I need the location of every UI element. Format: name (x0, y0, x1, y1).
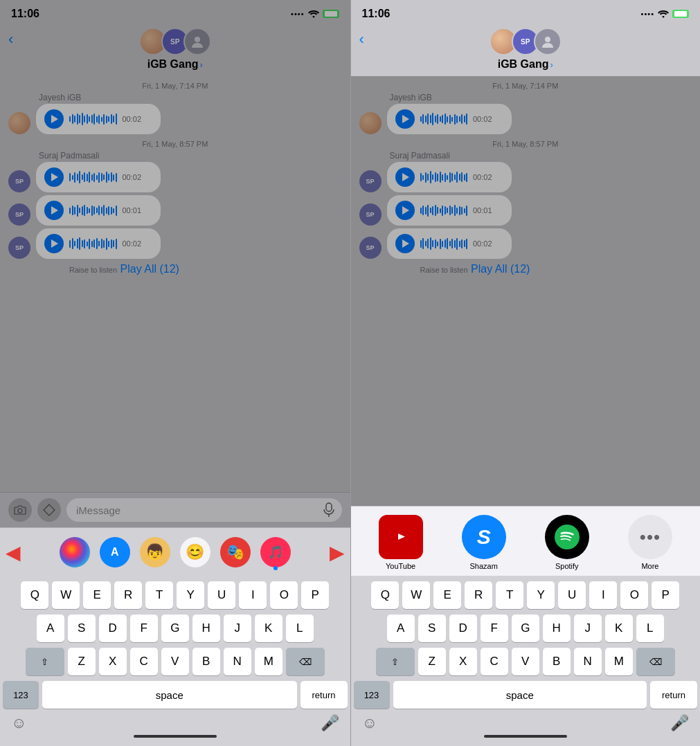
right-status-bar: 11:06 •••• (351, 0, 701, 25)
left-app-photos[interactable] (60, 537, 90, 567)
key-delete[interactable]: ⌫ (286, 648, 325, 675)
right-kb-row-3: ⇧ Z X C V B N M ⌫ (354, 648, 698, 675)
key-k[interactable]: K (255, 615, 282, 642)
right-key-123[interactable]: 123 (354, 681, 390, 709)
key-v[interactable]: V (161, 648, 189, 675)
right-key-q[interactable]: Q (371, 581, 399, 609)
right-key-p[interactable]: P (652, 581, 679, 609)
key-f[interactable]: F (130, 615, 158, 642)
emoji-icon: 😊 (180, 537, 210, 567)
key-h[interactable]: H (192, 615, 220, 642)
more-icon[interactable]: ••• (628, 515, 672, 559)
right-key-h[interactable]: H (543, 615, 571, 642)
left-emoji-icon[interactable]: ☺ (11, 714, 26, 732)
right-key-b[interactable]: B (543, 648, 571, 675)
right-key-w[interactable]: W (402, 581, 430, 609)
right-key-o[interactable]: O (620, 581, 648, 609)
right-key-s[interactable]: S (418, 615, 446, 642)
right-key-v[interactable]: V (512, 648, 539, 675)
key-z[interactable]: Z (68, 648, 96, 675)
right-tray-more[interactable]: ••• More (616, 515, 685, 570)
key-n[interactable]: N (224, 648, 251, 675)
key-d[interactable]: D (99, 615, 127, 642)
key-g[interactable]: G (161, 615, 189, 642)
key-w[interactable]: W (52, 581, 80, 609)
key-t[interactable]: T (145, 581, 173, 609)
key-x[interactable]: X (99, 648, 127, 675)
right-key-x[interactable]: X (449, 648, 477, 675)
right-key-m[interactable]: M (605, 648, 633, 675)
right-mic-icon[interactable]: 🎤 (670, 714, 689, 732)
right-key-y[interactable]: Y (527, 581, 555, 609)
right-key-l[interactable]: L (636, 615, 664, 642)
left-app-strip: ◀ A 👦 😊 🎭 (0, 527, 350, 576)
key-o[interactable]: O (270, 581, 298, 609)
key-q[interactable]: Q (21, 581, 48, 609)
spotify-logo-icon (554, 524, 580, 550)
right-spotify-label: Spotify (555, 562, 579, 570)
right-key-g[interactable]: G (512, 615, 539, 642)
right-key-i[interactable]: I (589, 581, 617, 609)
left-kb-row-1: Q W E R T Y U I O P (3, 581, 348, 609)
left-app-memoji[interactable]: 👦 (140, 537, 170, 567)
right-key-z[interactable]: Z (418, 648, 446, 675)
right-key-delete[interactable]: ⌫ (636, 648, 675, 675)
right-keyboard[interactable]: Q W E R T Y U I O P A S D F G H J K L ⇧ … (351, 576, 701, 746)
key-a[interactable]: A (37, 615, 64, 642)
key-e[interactable]: E (83, 581, 111, 609)
right-key-t[interactable]: T (496, 581, 523, 609)
right-key-e[interactable]: E (433, 581, 461, 609)
youtube-play-icon (388, 528, 413, 546)
key-i[interactable]: I (239, 581, 267, 609)
left-app-emoji[interactable]: 😊 (180, 537, 210, 567)
right-group-avatars: SP (490, 28, 562, 55)
right-youtube-label: YouTube (386, 562, 415, 570)
right-key-shift[interactable]: ⇧ (376, 648, 415, 675)
right-emoji-icon[interactable]: ☺ (362, 714, 377, 732)
key-c[interactable]: C (130, 648, 158, 675)
right-key-r[interactable]: R (465, 581, 492, 609)
right-key-f[interactable]: F (481, 615, 508, 642)
right-chat-wrapper: Fri, 1 May, 7:14 PM Jayesh iGB 00:02 Fri… (351, 76, 701, 506)
right-chevron-icon: › (550, 60, 553, 70)
right-tray-shazam[interactable]: S Shazam (449, 515, 519, 570)
left-app-music[interactable]: 🎵 (260, 537, 291, 567)
key-y[interactable]: Y (177, 581, 204, 609)
right-group-name-row[interactable]: iGB Gang › (498, 58, 553, 71)
key-return[interactable]: return (300, 681, 348, 709)
right-time: 11:06 (362, 8, 391, 20)
right-key-n[interactable]: N (574, 648, 602, 675)
left-mic-icon[interactable]: 🎤 (321, 714, 339, 732)
left-app-gifs[interactable]: 🎭 (220, 537, 251, 567)
key-b[interactable]: B (192, 648, 220, 675)
right-key-k[interactable]: K (605, 615, 633, 642)
right-key-c[interactable]: C (481, 648, 508, 675)
key-m[interactable]: M (255, 648, 282, 675)
right-emoji-mic-row: ☺ 🎤 (354, 711, 698, 732)
right-tray-youtube[interactable]: YouTube (366, 515, 436, 570)
right-home-bar (484, 735, 567, 738)
key-shift[interactable]: ⇧ (26, 648, 64, 675)
left-app-store[interactable]: A (100, 537, 130, 567)
key-p[interactable]: P (301, 581, 329, 609)
key-j[interactable]: J (224, 615, 251, 642)
key-l[interactable]: L (286, 615, 314, 642)
right-key-return[interactable]: return (650, 681, 697, 709)
key-123[interactable]: 123 (3, 681, 39, 709)
right-key-space[interactable]: space (393, 681, 647, 709)
right-back-button[interactable]: ‹ (359, 30, 364, 48)
left-keyboard[interactable]: Q W E R T Y U I O P A S D F G H J K L ⇧ … (0, 576, 350, 746)
right-panel: 11:06 •••• ‹ SP (350, 0, 701, 746)
key-u[interactable]: U (208, 581, 235, 609)
key-s[interactable]: S (68, 615, 96, 642)
right-person-icon (539, 33, 556, 50)
left-app-icons-row: A 👦 😊 🎭 🎵 (0, 537, 350, 567)
key-r[interactable]: R (114, 581, 142, 609)
right-kb-row-1: Q W E R T Y U I O P (354, 581, 698, 609)
key-space[interactable]: space (42, 681, 297, 709)
right-key-d[interactable]: D (449, 615, 477, 642)
right-key-u[interactable]: U (558, 581, 586, 609)
right-key-a[interactable]: A (387, 615, 415, 642)
right-key-j[interactable]: J (574, 615, 602, 642)
right-tray-spotify[interactable]: Spotify (532, 515, 602, 570)
